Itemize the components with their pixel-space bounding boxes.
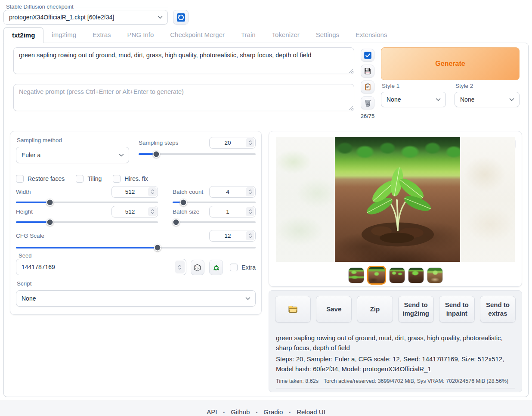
style2-field: Style 2 None (455, 83, 520, 107)
page-footer: API• Github• Gradio• Reload UI python: 3… (0, 400, 532, 416)
chevron-down-icon (435, 96, 441, 102)
open-folder-button[interactable] (275, 296, 311, 323)
tab-train[interactable]: Train (233, 27, 264, 43)
height-input[interactable]: 512 (111, 206, 158, 217)
width-input[interactable]: 512 (111, 186, 158, 198)
chevron-down-icon (118, 152, 124, 158)
checkpoint-select[interactable]: protogenX34OfficialR_1.ckpt [60fe2f34] (3, 10, 168, 25)
info-performance-text: Time taken: 8.62sTorch active/reserved: … (276, 378, 515, 388)
script-value: None (22, 295, 36, 302)
sampling-method-select[interactable]: Euler a (16, 147, 129, 163)
gallery-thumbnail[interactable] (367, 266, 386, 285)
txt2img-panel: green sapling rowing out of ground, mud,… (3, 43, 529, 397)
checkbox-icon (230, 264, 238, 271)
seed-field: Seed 1441787169 (16, 252, 186, 275)
tab-tokenizer[interactable]: Tokenizer (264, 27, 308, 43)
batch-count-label: Batch count (173, 189, 203, 195)
style1-value: None (387, 96, 401, 103)
sampling-steps-slider[interactable] (139, 153, 256, 155)
footer-link-reload-ui[interactable]: Reload UI (291, 408, 331, 416)
number-spinner[interactable] (246, 231, 254, 240)
stable-diffusion-webui: Stable Diffusion checkpoint protogenX34O… (0, 0, 532, 416)
tab-checkpoint-merger[interactable]: Checkpoint Merger (162, 27, 233, 43)
sampling-steps-input[interactable]: 20 (209, 137, 256, 149)
tiling-checkbox[interactable]: Tiling (76, 175, 102, 183)
footer-link-gradio[interactable]: Gradio (257, 408, 289, 416)
slider-handle[interactable] (152, 151, 160, 158)
gallery-thumbnail[interactable] (408, 267, 424, 283)
prompt-input[interactable]: green sapling rowing out of ground, mud,… (13, 47, 354, 74)
gallery-thumbnail[interactable] (389, 267, 405, 283)
height-slider[interactable] (16, 221, 158, 223)
save-style-button[interactable] (361, 65, 374, 78)
zip-button[interactable]: Zip (357, 296, 393, 323)
style1-select[interactable]: None (381, 92, 446, 107)
footer-link-api[interactable]: API (201, 408, 223, 416)
clipboard-icon (364, 83, 371, 91)
footer-link-github[interactable]: Github (225, 408, 256, 416)
tab-extras[interactable]: Extras (84, 27, 119, 43)
number-spinner[interactable] (246, 187, 254, 196)
chevron-down-icon (509, 96, 515, 102)
number-spinner[interactable] (175, 261, 185, 273)
check-button[interactable] (361, 49, 374, 62)
refresh-icon (176, 13, 186, 22)
slider-handle[interactable] (154, 244, 161, 251)
batch-size-label: Batch size (173, 208, 199, 215)
style2-label: Style 2 (455, 83, 520, 89)
number-spinner[interactable] (246, 138, 254, 147)
checkbox-icon (76, 175, 84, 183)
floppy-disk-icon (364, 67, 371, 75)
tab-txt2img[interactable]: txt2img (3, 27, 43, 43)
apply-style-button[interactable] (361, 81, 374, 93)
number-spinner[interactable] (148, 207, 157, 216)
generate-button[interactable]: Generate (381, 47, 520, 80)
send-to-extras-button[interactable]: Send to extras (480, 296, 516, 323)
token-counter: 26/75 (361, 113, 375, 119)
results-panel: × (269, 131, 522, 392)
slider-handle[interactable] (180, 199, 187, 206)
cfg-scale-input[interactable]: 12 (209, 230, 256, 242)
random-seed-button[interactable] (191, 260, 204, 275)
tab-settings[interactable]: Settings (308, 27, 347, 43)
refresh-checkpoint-button[interactable] (173, 10, 189, 25)
result-actions-panel: Save Zip Send to img2img Send to inpaint… (269, 290, 522, 392)
send-to-img2img-button[interactable]: Send to img2img (398, 296, 434, 323)
negative-prompt-input[interactable] (13, 84, 354, 111)
checkpoint-value: protogenX34OfficialR_1.ckpt [60fe2f34] (9, 14, 114, 21)
reuse-seed-button[interactable] (209, 260, 223, 275)
gallery-thumbnail[interactable] (427, 267, 443, 283)
style2-select[interactable]: None (455, 92, 520, 107)
gallery-thumbnails (275, 266, 515, 285)
number-spinner[interactable] (148, 187, 157, 196)
batch-size-input[interactable]: 1 (209, 206, 256, 217)
batch-size-slider[interactable] (173, 221, 256, 223)
width-slider[interactable] (16, 202, 158, 203)
checkbox-icon (16, 175, 24, 183)
generated-image-preview[interactable] (335, 137, 460, 262)
hires-fix-checkbox[interactable]: Hires. fix (113, 175, 148, 183)
number-spinner[interactable] (246, 207, 254, 216)
extra-seed-checkbox[interactable]: Extra (230, 264, 256, 271)
slider-handle[interactable] (46, 219, 54, 226)
negative-prompt-field (13, 84, 354, 111)
gallery-thumbnail[interactable] (348, 267, 364, 283)
batch-count-slider[interactable] (173, 202, 256, 203)
style1-label: Style 1 (381, 83, 446, 89)
batch-count-field: Batch count 4 (173, 186, 256, 203)
send-to-inpaint-button[interactable]: Send to inpaint (439, 296, 475, 323)
script-select[interactable]: None (16, 290, 256, 307)
restore-faces-checkbox[interactable]: Restore faces (16, 175, 65, 183)
batch-count-input[interactable]: 4 (209, 186, 256, 198)
tab-img2img[interactable]: img2img (43, 27, 84, 43)
seed-input[interactable]: 1441787169 (16, 259, 186, 275)
slider-handle[interactable] (46, 199, 54, 206)
cfg-scale-field: CFG Scale 12 (16, 230, 256, 248)
chevron-down-icon (157, 14, 163, 20)
clear-prompt-button[interactable] (361, 96, 374, 109)
slider-handle[interactable] (172, 219, 179, 226)
cfg-scale-slider[interactable] (16, 247, 256, 248)
tab-png-info[interactable]: PNG Info (119, 27, 162, 43)
tab-extensions[interactable]: Extensions (347, 27, 395, 43)
save-button[interactable]: Save (316, 296, 352, 323)
